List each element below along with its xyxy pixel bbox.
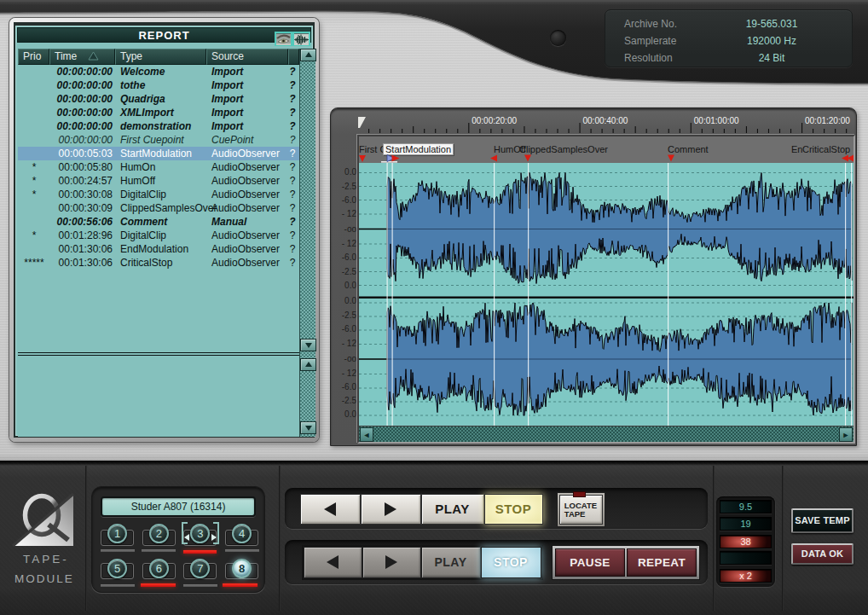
svg-text:00:01:00:00: 00:01:00:00 xyxy=(694,116,739,125)
svg-text:00:01:20:00: 00:01:20:00 xyxy=(805,116,850,125)
svg-text:00:00:20:00: 00:00:20:00 xyxy=(472,116,517,125)
svg-text:00:00:40:00: 00:00:40:00 xyxy=(583,116,628,125)
